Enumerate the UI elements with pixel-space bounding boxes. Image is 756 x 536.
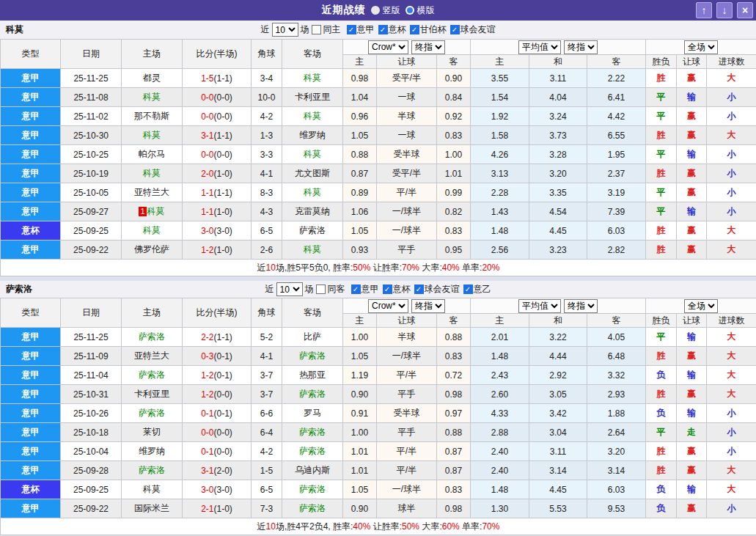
team-label: 科莫 bbox=[143, 484, 161, 494]
league-filters: ✓意甲✓意杯✓球会友谊✓意乙 bbox=[348, 283, 491, 295]
league-checkbox[interactable]: ✓ bbox=[414, 284, 424, 294]
league-checkbox[interactable]: ✓ bbox=[351, 284, 361, 294]
table-row: 意甲25-09-271科莫1-1(1-0)4-3克雷莫纳1.06一/球半0.82… bbox=[1, 202, 756, 221]
radio-icon[interactable] bbox=[405, 6, 414, 15]
avg-away-cell: 6.55 bbox=[587, 126, 646, 145]
move-up-button[interactable]: ↑ bbox=[696, 2, 712, 18]
score-cell: 1-2(0-0) bbox=[183, 385, 252, 404]
handicap-cell: 一/球半 bbox=[377, 221, 437, 241]
handicap-result-cell: 输 bbox=[677, 480, 707, 499]
same-venue-checkbox[interactable] bbox=[316, 284, 326, 294]
result-value: 平 bbox=[657, 427, 666, 437]
result-cell: 平 bbox=[646, 183, 677, 202]
avg-home-cell: 1.48 bbox=[471, 347, 529, 366]
avg-home-cell: 2.43 bbox=[471, 366, 529, 385]
result-cell: 胜 bbox=[646, 221, 677, 241]
team-label: 萨索洛 bbox=[299, 484, 326, 494]
goals-result-cell: 大 bbox=[707, 69, 756, 88]
league-label: 意乙 bbox=[474, 283, 491, 295]
handicap-result-cell: 赢 bbox=[677, 385, 707, 404]
score-half: (0-0) bbox=[214, 427, 232, 438]
league-label: 甘伯杯 bbox=[420, 23, 447, 36]
away-team-cell: 萨索洛 bbox=[282, 347, 343, 366]
avg-away-cell: 1.88 bbox=[587, 404, 646, 423]
avg-home-cell: 1.43 bbox=[471, 202, 529, 221]
league-checkbox[interactable]: ✓ bbox=[410, 25, 419, 34]
home-team-cell: 萨索洛 bbox=[122, 366, 183, 385]
score-half: (1-1) bbox=[214, 332, 232, 342]
league-checkbox[interactable]: ✓ bbox=[463, 284, 473, 294]
score-cell: 0-0(0-0) bbox=[183, 423, 252, 442]
col-header-score: 比分(半场) bbox=[183, 298, 252, 328]
score-cell: 2-1(1-0) bbox=[183, 499, 252, 518]
result-value: 赢 bbox=[687, 465, 696, 475]
table-row: 意甲25-11-25萨索洛2-2(1-1)5-2比萨1.00半球0.882.01… bbox=[1, 328, 756, 347]
final-index-select-2[interactable]: 终指 bbox=[564, 299, 598, 313]
avg-home-cell: 2.40 bbox=[471, 442, 529, 461]
avg-away-cell: 6.48 bbox=[587, 347, 646, 366]
scope-select[interactable]: 全场 bbox=[684, 299, 718, 313]
col-header-corner: 角球 bbox=[252, 40, 282, 69]
col-header-away: 客场 bbox=[282, 298, 343, 328]
filter-bar: 科莫 近 10 场 同主 ✓意甲✓意杯✓甘伯杯✓球会友谊 bbox=[0, 21, 756, 39]
close-button[interactable]: × bbox=[737, 2, 753, 18]
away-team-cell: 萨索洛 bbox=[282, 480, 343, 499]
date-cell: 25-10-26 bbox=[61, 404, 122, 423]
score-main: 0-1 bbox=[201, 447, 213, 457]
avg-home-cell: 1.48 bbox=[471, 221, 529, 241]
goals-result-cell: 大 bbox=[707, 480, 756, 499]
score-main: 1-2 bbox=[201, 389, 213, 400]
score-main: 2-2 bbox=[201, 332, 213, 342]
league-checkbox[interactable]: ✓ bbox=[347, 25, 356, 34]
final-index-select[interactable]: 终指 bbox=[411, 299, 445, 313]
radio-icon[interactable] bbox=[371, 6, 380, 15]
final-index-select-2[interactable]: 终指 bbox=[564, 40, 598, 54]
same-venue-checkbox[interactable] bbox=[312, 25, 321, 34]
corner-cell: 6-6 bbox=[252, 404, 282, 423]
col-header-handicap-result: 让球 bbox=[677, 55, 707, 69]
recent-games-select[interactable]: 10 bbox=[276, 282, 303, 296]
team-label: 萨索洛 bbox=[299, 389, 326, 399]
score-main: 1-2 bbox=[201, 370, 213, 381]
recent-games-select[interactable]: 10 bbox=[272, 23, 298, 37]
team-name: 萨索洛 bbox=[6, 283, 32, 295]
corner-cell: 3-4 bbox=[252, 69, 282, 88]
final-index-select[interactable]: 终指 bbox=[411, 40, 445, 54]
result-cell: 平 bbox=[646, 328, 677, 347]
move-down-button[interactable]: ↓ bbox=[716, 2, 733, 18]
score-half: (1-1) bbox=[214, 188, 232, 198]
corner-cell: 7-3 bbox=[252, 499, 282, 518]
avg-away-cell: 4.42 bbox=[587, 107, 646, 126]
score-cell: 3-0(3-0) bbox=[183, 221, 252, 241]
league-checkbox[interactable]: ✓ bbox=[450, 25, 460, 34]
type-cell: 意甲 bbox=[1, 183, 61, 202]
bookmaker-select[interactable]: Crow* bbox=[368, 299, 408, 313]
avg-draw-cell: 3.04 bbox=[529, 423, 587, 442]
date-cell: 25-09-25 bbox=[61, 221, 122, 241]
corner-cell: 6-5 bbox=[252, 221, 282, 241]
summary-segment: 近 bbox=[257, 521, 266, 532]
date-cell: 25-11-09 bbox=[61, 347, 122, 366]
away-odds-cell: 0.92 bbox=[437, 107, 471, 126]
home-team-cell: 科莫 bbox=[122, 126, 183, 145]
layout-radio-vertical[interactable]: 竖版 bbox=[371, 4, 400, 17]
team-label: 科莫 bbox=[143, 130, 161, 140]
home-odds-cell: 0.98 bbox=[343, 69, 377, 88]
window-title: 近期战绩 bbox=[322, 4, 366, 17]
bookmaker-select[interactable]: Crow* bbox=[368, 40, 408, 54]
score-cell: 1-1(1-1) bbox=[183, 183, 252, 202]
handicap-cell: 平手 bbox=[377, 385, 437, 404]
scope-select[interactable]: 全场 bbox=[684, 40, 718, 54]
handicap-cell: 一球 bbox=[377, 88, 437, 107]
layout-radio-horizontal[interactable]: 横版 bbox=[405, 4, 435, 17]
average-select[interactable]: 平均值 bbox=[518, 40, 561, 54]
result-value: 赢 bbox=[687, 225, 696, 235]
league-checkbox[interactable]: ✓ bbox=[383, 284, 392, 294]
handicap-cell: 一/球半 bbox=[377, 202, 437, 221]
league-checkbox[interactable]: ✓ bbox=[378, 25, 388, 34]
same-venue-label: 同客 bbox=[328, 283, 345, 295]
away-team-cell: 比萨 bbox=[282, 328, 343, 347]
summary-segment: 让胜率: bbox=[370, 521, 402, 532]
col-header-result: 胜负 bbox=[646, 314, 677, 328]
average-select[interactable]: 平均值 bbox=[518, 299, 561, 313]
